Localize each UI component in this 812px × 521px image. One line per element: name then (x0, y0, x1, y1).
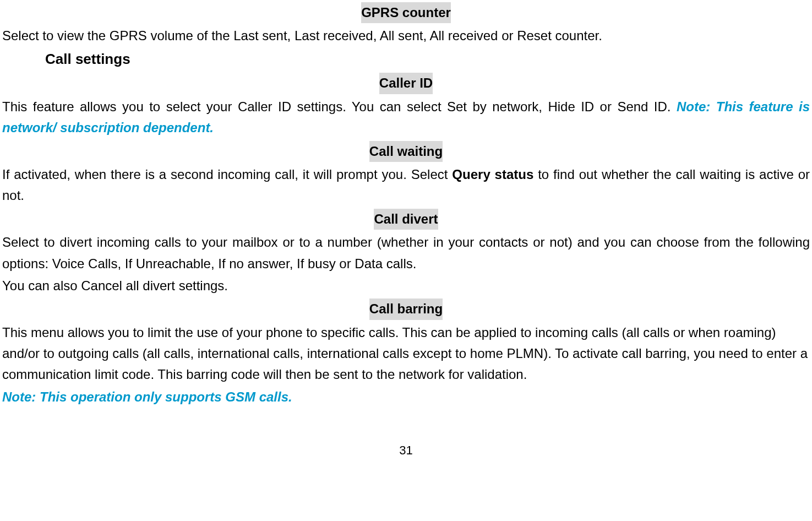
call-waiting-text-1: If activated, when there is a second inc… (2, 167, 452, 182)
heading-call-divert: Call divert (374, 209, 438, 230)
call-barring-paragraph: This menu allows you to limit the use of… (2, 322, 810, 386)
heading-gprs-counter: GPRS counter (361, 2, 451, 23)
heading-call-waiting: Call waiting (369, 141, 443, 162)
call-waiting-paragraph: If activated, when there is a second inc… (2, 164, 810, 207)
heading-call-barring: Call barring (369, 299, 443, 319)
gprs-counter-description: Select to view the GPRS volume of the La… (2, 25, 810, 46)
heading-caller-id: Caller ID (379, 73, 433, 94)
call-divert-paragraph-2: You can also Cancel all divert settings. (2, 275, 810, 296)
heading-call-settings: Call settings (45, 48, 810, 71)
page-number: 31 (2, 441, 810, 460)
call-divert-paragraph-1: Select to divert incoming calls to your … (2, 232, 810, 274)
caller-id-paragraph: This feature allows you to select your C… (2, 96, 810, 139)
call-barring-note: Note: This operation only supports GSM c… (2, 387, 810, 408)
query-status-bold: Query status (452, 167, 533, 182)
caller-id-text: This feature allows you to select your C… (2, 99, 677, 114)
